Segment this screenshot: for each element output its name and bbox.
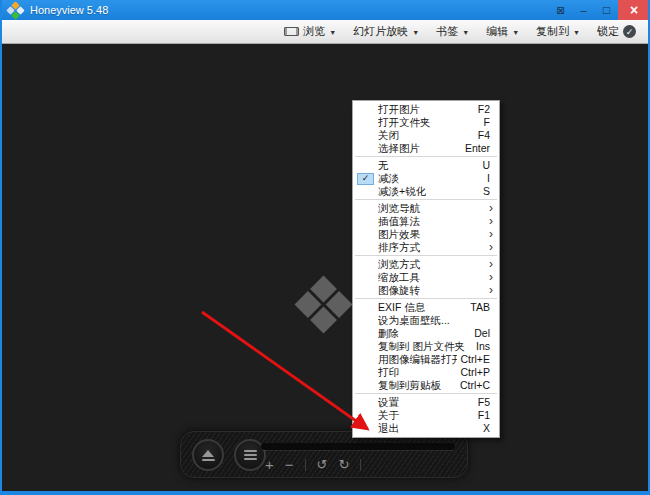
menu-item-label: 关闭 (378, 129, 474, 142)
windows-logo-watermark (295, 276, 353, 334)
menu-item-shortcut: F2 (478, 103, 490, 116)
toolbar-item-slideshow[interactable]: 幻灯片放映▼ (353, 24, 419, 39)
menu-item-close[interactable]: 关闭F4 (353, 129, 499, 142)
menu-item-zoom-tools[interactable]: 缩放工具› (353, 271, 499, 284)
menu-item-sort-order[interactable]: 排序方式› (353, 241, 499, 254)
eject-icon-bar (202, 459, 215, 461)
eject-button[interactable] (192, 439, 224, 471)
menu-item-label: 打印 (378, 366, 457, 379)
menu-item-label: 排序方式 (378, 241, 485, 254)
menu-item-browse-navigation[interactable]: 浏览导航› (353, 202, 499, 215)
menu-separator (355, 156, 497, 157)
menu-item-shortcut: Ctrl+P (461, 366, 490, 379)
menu-item-none[interactable]: 无U (353, 159, 499, 172)
menu-item-delete[interactable]: 删除Del (353, 327, 499, 340)
window-controls: ⊠ – □ × (549, 0, 650, 20)
control-bar-buttons: + − ↺ ↻ (265, 457, 361, 473)
menu-item-print[interactable]: 打印Ctrl+P (353, 366, 499, 379)
menu-item-view-mode[interactable]: 浏览方式› (353, 258, 499, 271)
toolbar-item-lock[interactable]: 锁定✓ (597, 24, 636, 39)
browse-frame-icon (284, 27, 299, 36)
window-border (0, 0, 2, 495)
toolbar-item-label: 书签 (436, 24, 458, 39)
submenu-arrow-icon: › (489, 284, 493, 297)
menu-item-about[interactable]: 关于F1 (353, 409, 499, 422)
toolbar-item-bookmark[interactable]: 书签▼ (436, 24, 469, 39)
maximize-button[interactable]: □ (595, 0, 618, 20)
menu-item-label: 设为桌面壁纸... (378, 314, 486, 327)
menu-item-shortcut: Del (474, 327, 490, 340)
menu-item-shortcut: I (487, 172, 490, 185)
menu-item-label: 选择图片 (378, 142, 461, 155)
menu-item-shortcut: F4 (478, 129, 490, 142)
menu-item-set-wallpaper[interactable]: 设为桌面壁纸... (353, 314, 499, 327)
menu-item-shortcut: Ctrl+E (461, 353, 490, 366)
menu-item-image-rotation[interactable]: 图像旋转› (353, 284, 499, 297)
menu-item-label: 删除 (378, 327, 470, 340)
menu-item-label: 浏览方式 (378, 258, 485, 271)
rotate-right-button[interactable]: ↻ (338, 457, 349, 473)
toolbar-item-edit[interactable]: 编辑▼ (486, 24, 519, 39)
divider (360, 459, 361, 471)
pin-icon[interactable]: ⊠ (549, 0, 572, 20)
menu-item-gutter: ✓ (353, 173, 378, 185)
divider (305, 459, 306, 471)
menu-item-fade-sharpen[interactable]: 减淡+锐化S (353, 185, 499, 198)
toolbar-item-copy-to[interactable]: 复制到▼ (536, 24, 580, 39)
menu-item-exit[interactable]: 退出X (353, 422, 499, 435)
hamburger-icon (244, 450, 257, 460)
menu-item-open-folder[interactable]: 打开文件夹F (353, 116, 499, 129)
menu-item-label: 无 (378, 159, 478, 172)
checkmark-icon: ✓ (357, 173, 374, 185)
menu-item-shortcut: F5 (478, 396, 490, 409)
toolbar-item-label: 幻灯片放映 (353, 24, 408, 39)
menu-item-settings[interactable]: 设置F5 (353, 396, 499, 409)
zoom-slider[interactable] (261, 443, 455, 450)
chevron-down-icon: ▼ (462, 29, 469, 36)
menu-separator (355, 298, 497, 299)
zoom-out-button[interactable]: − (285, 457, 294, 473)
close-button[interactable]: × (618, 0, 650, 20)
menu-item-label: 复制到剪贴板 (378, 379, 456, 392)
image-viewer-area[interactable] (2, 44, 648, 491)
submenu-arrow-icon: › (489, 241, 493, 254)
chevron-down-icon: ▼ (329, 29, 336, 36)
menu-item-label: 关于 (378, 409, 474, 422)
menu-item-copy-to-clipboard[interactable]: 复制到剪贴板Ctrl+C (353, 379, 499, 392)
menu-item-label: 设置 (378, 396, 474, 409)
menu-item-open-image[interactable]: 打开图片F2 (353, 103, 499, 116)
menu-item-label: 图像旋转 (378, 284, 485, 297)
menu-item-shortcut: F (484, 116, 490, 129)
toolbar-item-label: 编辑 (486, 24, 508, 39)
menu-item-shortcut: U (482, 159, 490, 172)
zoom-in-button[interactable]: + (265, 457, 274, 473)
menu-item-label: 用图像编辑器打开 (378, 353, 457, 366)
eject-icon (202, 450, 214, 457)
menu-item-label: 图片效果 (378, 228, 485, 241)
minimize-button[interactable]: – (572, 0, 595, 20)
menu-item-label: 打开文件夹 (378, 116, 480, 129)
menu-item-label: 打开图片 (378, 103, 474, 116)
menu-item-shortcut: Ins (476, 340, 490, 353)
menu-item-shortcut: S (483, 185, 490, 198)
rotate-left-button[interactable]: ↺ (317, 457, 328, 473)
honeyview-logo-icon (6, 1, 24, 19)
toolbar-item-browse[interactable]: 浏览▼ (284, 24, 336, 39)
menu-item-interpolation[interactable]: 插值算法› (353, 215, 499, 228)
menu-item-image-effects[interactable]: 图片效果› (353, 228, 499, 241)
menu-item-shortcut: X (483, 422, 490, 435)
menu-item-open-with-editor[interactable]: 用图像编辑器打开Ctrl+E (353, 353, 499, 366)
menu-item-fade[interactable]: ✓减淡I (353, 172, 499, 185)
menu-separator (355, 199, 497, 200)
menu-item-shortcut: TAB (470, 301, 490, 314)
chevron-down-icon: ▼ (512, 29, 519, 36)
toolbar: 浏览▼幻灯片放映▼书签▼编辑▼复制到▼锁定✓ (2, 20, 648, 44)
menu-item-label: 缩放工具 (378, 271, 485, 284)
menu-item-label: 退出 (378, 422, 479, 435)
menu-item-exif-info[interactable]: EXIF 信息TAB (353, 301, 499, 314)
menu-item-label: 插值算法 (378, 215, 485, 228)
menu-separator (355, 393, 497, 394)
menu-item-select-image[interactable]: 选择图片Enter (353, 142, 499, 155)
menu-item-copy-to-pictures[interactable]: 复制到 图片文件夹Ins (353, 340, 499, 353)
menu-item-label: 复制到 图片文件夹 (378, 340, 472, 353)
